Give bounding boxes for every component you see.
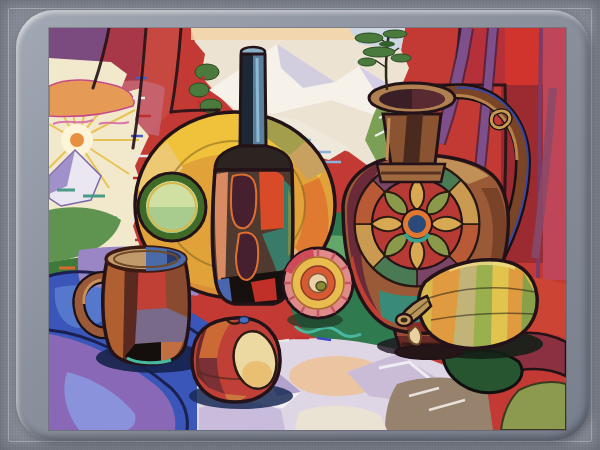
ring-fruit: [283, 248, 353, 318]
photo-background: [0, 0, 600, 450]
still-life-painting: [49, 28, 566, 430]
painting-canvas: [49, 28, 566, 430]
mug-panels: [105, 259, 189, 364]
striped-apple: [192, 317, 282, 403]
